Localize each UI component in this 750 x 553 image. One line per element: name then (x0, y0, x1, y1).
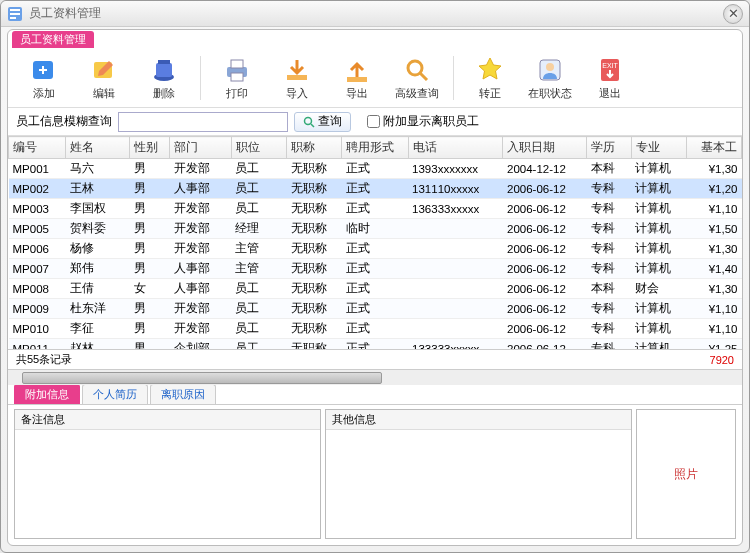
tab-leave-reason[interactable]: 离职原因 (150, 384, 216, 404)
delete-button[interactable]: 删除 (136, 50, 192, 106)
svg-point-14 (408, 61, 422, 75)
search-input[interactable] (118, 112, 288, 132)
table-row[interactable]: MP010李征男开发部员工无职称正式2006-06-12专科计算机¥1,10 (9, 319, 742, 339)
column-header[interactable]: 姓名 (66, 137, 130, 159)
window-close-button[interactable]: ✕ (723, 4, 743, 24)
cell: 133333xxxxx (408, 339, 503, 350)
cell: 男 (130, 299, 170, 319)
import-button[interactable]: 导入 (269, 50, 325, 106)
cell: MP011 (9, 339, 66, 350)
cell: 计算机 (631, 179, 686, 199)
cell: 正式 (342, 259, 408, 279)
column-header[interactable]: 基本工 (686, 137, 741, 159)
search-button[interactable]: 查询 (294, 112, 351, 132)
exit-button[interactable]: EXIT 退出 (582, 50, 638, 106)
column-header[interactable]: 部门 (170, 137, 232, 159)
cell: 无职称 (287, 199, 342, 219)
cell: 员工 (231, 199, 286, 219)
remark-title: 备注信息 (15, 410, 320, 430)
cell: ¥1,30 (686, 279, 741, 299)
delete-icon (148, 54, 180, 86)
cell: 2006-06-12 (503, 199, 587, 219)
table-row[interactable]: MP005贺料委男开发部经理无职称临时2006-06-12专科计算机¥1,50 (9, 219, 742, 239)
header-tab[interactable]: 员工资料管理 (12, 31, 94, 48)
column-header[interactable]: 职称 (287, 137, 342, 159)
tab-resume[interactable]: 个人简历 (82, 384, 148, 404)
table-row[interactable]: MP006杨修男开发部主管无职称正式2006-06-12专科计算机¥1,30 (9, 239, 742, 259)
titlebar[interactable]: 员工资料管理 ✕ (1, 1, 749, 27)
cell: 开发部 (170, 239, 232, 259)
cell: 专科 (587, 219, 631, 239)
cell: 正式 (342, 339, 408, 350)
scrollbar-thumb[interactable] (22, 372, 382, 384)
detail-tabs: 附加信息 个人简历 离职原因 (8, 385, 742, 405)
cell: 企划部 (170, 339, 232, 350)
column-header[interactable]: 性别 (130, 137, 170, 159)
show-resigned-input[interactable] (367, 115, 380, 128)
cell: MP010 (9, 319, 66, 339)
grid-scroll[interactable]: 编号姓名性别部门职位职称聘用形式电话入职日期学历专业基本工 MP001马六男开发… (8, 136, 742, 349)
table-row[interactable]: MP001马六男开发部员工无职称正式1393xxxxxxx2004-12-12本… (9, 159, 742, 179)
cell: 马六 (66, 159, 130, 179)
column-header[interactable]: 编号 (9, 137, 66, 159)
cell: 男 (130, 159, 170, 179)
column-header[interactable]: 聘用形式 (342, 137, 408, 159)
svg-rect-8 (158, 60, 170, 64)
column-header[interactable]: 学历 (587, 137, 631, 159)
tab-extra-info[interactable]: 附加信息 (14, 384, 80, 404)
add-icon (28, 54, 60, 86)
show-resigned-checkbox[interactable]: 附加显示离职员工 (367, 113, 479, 130)
cell: 计算机 (631, 219, 686, 239)
other-pane: 其他信息 (325, 409, 632, 539)
cell: 专科 (587, 339, 631, 350)
cell: 无职称 (287, 239, 342, 259)
footer-total: 7920 (710, 354, 734, 366)
cell: MP005 (9, 219, 66, 239)
cell: ¥1,10 (686, 319, 741, 339)
cell: 2006-06-12 (503, 299, 587, 319)
column-header[interactable]: 职位 (231, 137, 286, 159)
magnifier-icon (303, 116, 315, 128)
photo-pane: 照片 (636, 409, 736, 539)
edit-button[interactable]: 编辑 (76, 50, 132, 106)
cell: ¥1,30 (686, 159, 741, 179)
table-row[interactable]: MP009杜东洋男开发部员工无职称正式2006-06-12专科计算机¥1,10 (9, 299, 742, 319)
cell: 计算机 (631, 159, 686, 179)
cell: ¥1,20 (686, 179, 741, 199)
import-icon (281, 54, 313, 86)
table-row[interactable]: MP003李国权男开发部员工无职称正式136333xxxxx2006-06-12… (9, 199, 742, 219)
table-row[interactable]: MP002王林男人事部员工无职称正式131110xxxxx2006-06-12专… (9, 179, 742, 199)
cell: ¥1,40 (686, 259, 741, 279)
cell: 开发部 (170, 219, 232, 239)
toolbar: 添加 编辑 删除 打印 导入 导出 (8, 48, 742, 108)
add-button[interactable]: 添加 (16, 50, 72, 106)
cell: 专科 (587, 199, 631, 219)
cell: 计算机 (631, 319, 686, 339)
cell: 人事部 (170, 179, 232, 199)
table-row[interactable]: MP011赵林男企划部员工无职称正式133333xxxxx2006-06-12专… (9, 339, 742, 350)
cell (408, 279, 503, 299)
cell: 计算机 (631, 259, 686, 279)
column-header[interactable]: 专业 (631, 137, 686, 159)
horizontal-scrollbar[interactable] (8, 369, 742, 385)
search-icon (401, 54, 433, 86)
export-button[interactable]: 导出 (329, 50, 385, 106)
column-header[interactable]: 电话 (408, 137, 503, 159)
cell: 开发部 (170, 319, 232, 339)
advanced-search-button[interactable]: 高级查询 (389, 50, 445, 106)
cell: MP008 (9, 279, 66, 299)
status-button[interactable]: 在职状态 (522, 50, 578, 106)
cell: 2006-06-12 (503, 339, 587, 350)
table-row[interactable]: MP007郑伟男人事部主管无职称正式2006-06-12专科计算机¥1,40 (9, 259, 742, 279)
cell: 无职称 (287, 299, 342, 319)
table-row[interactable]: MP008王倩女人事部员工无职称正式2006-06-12本科财会¥1,30 (9, 279, 742, 299)
cell: 131110xxxxx (408, 179, 503, 199)
cell: 计算机 (631, 299, 686, 319)
print-button[interactable]: 打印 (209, 50, 265, 106)
grid: 编号姓名性别部门职位职称聘用形式电话入职日期学历专业基本工 MP001马六男开发… (8, 136, 742, 385)
cell: 2006-06-12 (503, 239, 587, 259)
svg-text:EXIT: EXIT (602, 62, 618, 69)
toolbar-separator (453, 56, 454, 100)
promote-button[interactable]: 转正 (462, 50, 518, 106)
column-header[interactable]: 入职日期 (503, 137, 587, 159)
